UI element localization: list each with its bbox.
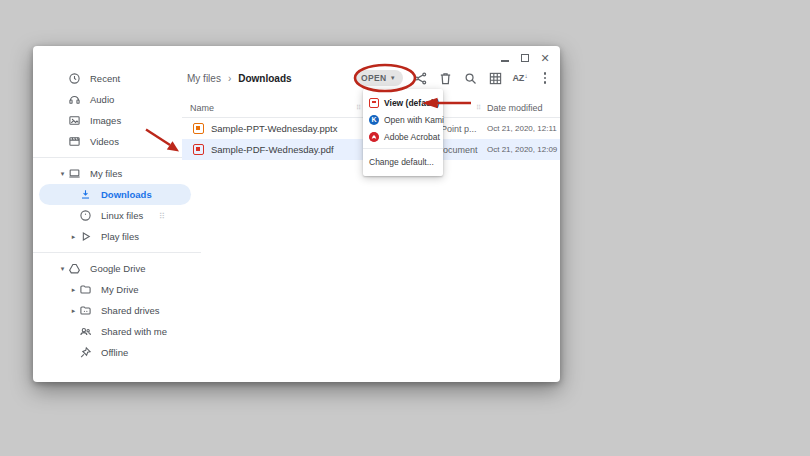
sidebar-item-play-files[interactable]: ▸ Play files xyxy=(39,226,191,247)
sidebar-item-label: My files xyxy=(90,168,122,179)
pdf-viewer-icon xyxy=(369,98,379,108)
sidebar: Recent Audio Images Videos ▾ My files xyxy=(33,68,201,382)
sidebar-item-label: Play files xyxy=(101,231,139,242)
breadcrumb: My files › Downloads xyxy=(187,73,292,84)
sidebar-item-label: Recent xyxy=(90,73,120,84)
video-icon xyxy=(68,135,81,148)
file-date-modified: Oct 21, 2020, 12:11 xyxy=(487,124,557,133)
people-icon xyxy=(79,325,92,338)
grid-view-button[interactable] xyxy=(487,70,503,86)
sidebar-divider xyxy=(33,252,201,253)
sidebar-item-label: Downloads xyxy=(101,189,152,200)
more-options-button[interactable] xyxy=(537,70,553,86)
delete-button[interactable] xyxy=(437,70,453,86)
kami-icon: K xyxy=(369,115,379,125)
file-type: document xyxy=(438,145,478,155)
column-resize-handle[interactable]: ⠿ xyxy=(476,104,480,112)
breadcrumb-current: Downloads xyxy=(238,73,291,84)
sidebar-item-label: Linux files xyxy=(101,210,143,221)
open-button-label: OPEN xyxy=(361,73,387,83)
file-date-modified: Oct 21, 2020, 12:09 xyxy=(487,145,557,154)
column-resize-handle[interactable]: ⠿ xyxy=(356,104,360,112)
breadcrumb-parent[interactable]: My files xyxy=(187,73,221,84)
headphones-icon xyxy=(68,93,81,106)
google-drive-icon xyxy=(68,262,81,275)
sidebar-item-my-files[interactable]: ▾ My files xyxy=(39,163,191,184)
menu-item-change-default[interactable]: Change default... xyxy=(363,153,443,170)
sidebar-item-label: Shared with me xyxy=(101,326,167,337)
sidebar-item-shared-with-me[interactable]: Shared with me xyxy=(39,321,191,342)
kebab-menu-icon xyxy=(544,72,547,84)
column-header-name[interactable]: Name xyxy=(182,103,214,113)
sidebar-item-linux-files[interactable]: Linux files xyxy=(39,205,191,226)
open-with-menu: View (default) K Open with Kami Adobe Ac… xyxy=(363,89,443,176)
menu-item-open-with-kami[interactable]: K Open with Kami xyxy=(363,111,443,128)
minimize-icon xyxy=(501,60,509,62)
sidebar-item-label: Offline xyxy=(101,347,128,358)
menu-item-label: Adobe Acrobat xyxy=(384,132,440,142)
menu-item-label: Change default... xyxy=(369,157,434,167)
maximize-button[interactable] xyxy=(518,51,532,65)
chevron-down-icon[interactable]: ▾ xyxy=(57,265,68,273)
maximize-icon xyxy=(521,54,529,62)
search-button[interactable] xyxy=(462,70,478,86)
sidebar-item-shared-drives[interactable]: ▸ Shared drives xyxy=(39,300,191,321)
file-name: Sample-PDF-Wednesday.pdf xyxy=(211,144,334,155)
sidebar-divider xyxy=(33,157,201,158)
sidebar-item-my-drive[interactable]: ▸ My Drive xyxy=(39,279,191,300)
breadcrumb-separator-icon: › xyxy=(228,73,231,84)
minimize-button[interactable] xyxy=(498,51,512,65)
sidebar-item-downloads[interactable]: Downloads xyxy=(39,184,191,205)
toolbar-actions: OPEN ▼ AZ↓ xyxy=(354,70,553,86)
menu-item-adobe-acrobat[interactable]: Adobe Acrobat xyxy=(363,128,443,145)
play-icon xyxy=(79,230,92,243)
sidebar-item-offline[interactable]: Offline xyxy=(39,342,191,363)
sort-az-icon: AZ↓ xyxy=(512,73,527,83)
image-icon xyxy=(68,114,81,127)
sidebar-item-audio[interactable]: Audio xyxy=(39,89,191,110)
file-name: Sample-PPT-Wednesday.pptx xyxy=(211,123,337,134)
window-controls: ✕ xyxy=(498,51,552,65)
sidebar-item-label: My Drive xyxy=(101,284,138,295)
share-button[interactable] xyxy=(412,70,428,86)
sidebar-item-google-drive[interactable]: ▾ Google Drive xyxy=(39,258,191,279)
chevron-right-icon[interactable]: ▸ xyxy=(68,307,79,315)
column-header-date-modified[interactable]: Date modified xyxy=(487,103,543,113)
sidebar-item-label: Shared drives xyxy=(101,305,160,316)
pin-icon xyxy=(79,346,92,359)
sidebar-item-label: Google Drive xyxy=(90,263,145,274)
download-icon xyxy=(79,188,92,201)
open-button[interactable]: OPEN ▼ xyxy=(354,70,403,86)
sidebar-item-images[interactable]: Images xyxy=(39,110,191,131)
desktop-background: ✕ Recent Audio Images Videos ▾ xyxy=(0,0,810,456)
sidebar-item-label: Audio xyxy=(90,94,114,105)
powerpoint-file-icon xyxy=(193,123,204,134)
sidebar-item-videos[interactable]: Videos xyxy=(39,131,191,152)
menu-divider xyxy=(363,148,443,149)
close-button[interactable]: ✕ xyxy=(538,51,552,65)
sidebar-item-label: Videos xyxy=(90,136,119,147)
chevron-right-icon[interactable]: ▸ xyxy=(68,286,79,294)
folder-icon xyxy=(79,283,92,296)
toolbar: My files › Downloads OPEN ▼ xyxy=(182,64,560,92)
chevron-down-icon[interactable]: ▾ xyxy=(57,170,68,178)
sidebar-splitter-handle[interactable]: ⠿ xyxy=(159,212,164,221)
menu-item-label: Open with Kami xyxy=(384,115,444,125)
search-icon xyxy=(463,71,478,86)
acrobat-icon xyxy=(369,132,379,142)
sort-button[interactable]: AZ↓ xyxy=(512,70,528,86)
menu-item-view-default[interactable]: View (default) xyxy=(363,94,443,111)
trash-icon xyxy=(438,71,453,86)
caret-down-icon: ▼ xyxy=(390,75,396,81)
files-app-window: ✕ Recent Audio Images Videos ▾ xyxy=(33,46,560,382)
share-icon xyxy=(413,71,428,86)
grid-view-icon xyxy=(488,71,503,86)
menu-item-label: View (default) xyxy=(384,98,439,108)
computer-icon xyxy=(68,167,81,180)
linux-icon xyxy=(79,209,92,222)
sidebar-item-recent[interactable]: Recent xyxy=(39,68,191,89)
chevron-right-icon[interactable]: ▸ xyxy=(68,233,79,241)
shared-folder-icon xyxy=(79,304,92,317)
pdf-file-icon xyxy=(193,144,204,155)
sidebar-item-label: Images xyxy=(90,115,121,126)
